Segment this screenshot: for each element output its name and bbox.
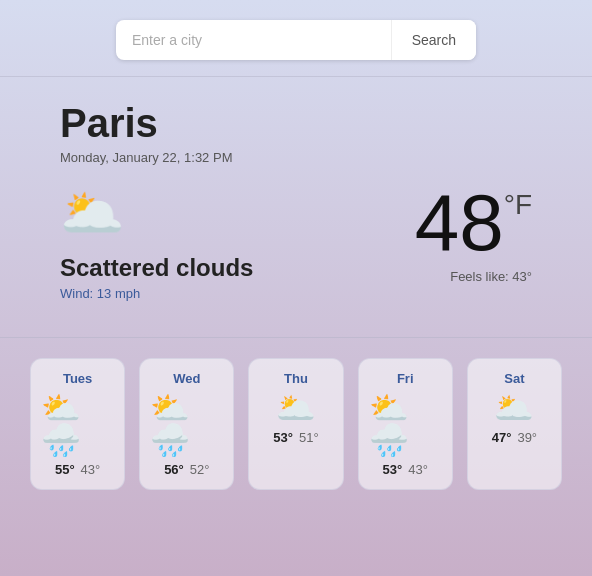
forecast-day: Fri <box>397 371 414 386</box>
temp-value: 48 <box>415 183 504 263</box>
forecast-day: Tues <box>63 371 92 386</box>
forecast-day: Sat <box>504 371 524 386</box>
forecast-day: Wed <box>173 371 200 386</box>
weather-main: Paris Monday, January 22, 1:32 PM 🌥️ Sca… <box>0 77 592 321</box>
condition-text: Scattered clouds <box>60 254 253 282</box>
forecast-low: 39° <box>517 430 537 445</box>
city-search-input[interactable] <box>116 20 391 60</box>
forecast-temps: 53° 43° <box>383 462 428 477</box>
forecast-temps: 55° 43° <box>55 462 100 477</box>
temp-unit: °F <box>504 191 532 219</box>
forecast-icon: ⛅🌧️ <box>369 392 442 456</box>
weather-right: 48 °F Feels like: 43° <box>415 183 532 284</box>
city-name: Paris <box>60 101 532 146</box>
forecast-low: 43° <box>408 462 428 477</box>
search-container: Search <box>116 20 476 60</box>
forecast-card: Tues ⛅🌧️ 55° 43° <box>30 358 125 490</box>
forecast-high: 53° <box>273 430 293 445</box>
forecast-low: 52° <box>190 462 210 477</box>
forecast-card: Wed ⛅🌧️ 56° 52° <box>139 358 234 490</box>
forecast-icon: ⛅🌧️ <box>150 392 223 456</box>
forecast-high: 53° <box>383 462 403 477</box>
temperature-display: 48 °F <box>415 183 532 263</box>
forecast-icon: 🌥️ <box>276 392 316 424</box>
forecast-icon: 🌥️ <box>494 392 534 424</box>
forecast-section: Tues ⛅🌧️ 55° 43° Wed ⛅🌧️ 56° 52° Thu 🌥️ … <box>0 338 592 510</box>
forecast-high: 56° <box>164 462 184 477</box>
search-button[interactable]: Search <box>391 20 476 60</box>
forecast-high: 47° <box>492 430 512 445</box>
forecast-temps: 53° 51° <box>273 430 318 445</box>
weather-icon: 🌥️ <box>60 183 253 244</box>
forecast-card: Thu 🌥️ 53° 51° <box>248 358 343 490</box>
forecast-temps: 47° 39° <box>492 430 537 445</box>
weather-left: 🌥️ Scattered clouds Wind: 13 mph <box>60 183 253 301</box>
forecast-temps: 56° 52° <box>164 462 209 477</box>
feels-like: Feels like: 43° <box>450 269 532 284</box>
date-time: Monday, January 22, 1:32 PM <box>60 150 532 165</box>
forecast-card: Sat 🌥️ 47° 39° <box>467 358 562 490</box>
search-bar: Search <box>0 0 592 76</box>
forecast-icon: ⛅🌧️ <box>41 392 114 456</box>
forecast-day: Thu <box>284 371 308 386</box>
forecast-high: 55° <box>55 462 75 477</box>
forecast-low: 43° <box>81 462 101 477</box>
forecast-card: Fri ⛅🌧️ 53° 43° <box>358 358 453 490</box>
weather-info: 🌥️ Scattered clouds Wind: 13 mph 48 °F F… <box>60 183 532 301</box>
wind-text: Wind: 13 mph <box>60 286 253 301</box>
forecast-low: 51° <box>299 430 319 445</box>
